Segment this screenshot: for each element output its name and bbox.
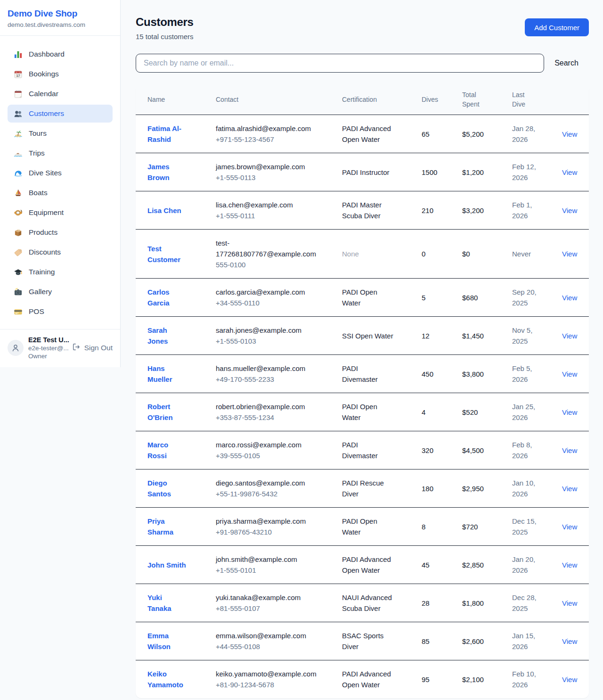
customer-name-link[interactable]: Lisa Chen (147, 206, 181, 214)
add-customer-button[interactable]: Add Customer (525, 18, 589, 36)
table-row: Fatima Al-Rashid fatima.alrashid@example… (136, 115, 589, 153)
customer-name-link[interactable]: John Smith (147, 561, 186, 569)
view-link[interactable]: View (562, 206, 577, 214)
table-row: Keiko Yamamoto keiko.yamamoto@example.co… (136, 660, 589, 699)
customer-phone: +1-555-0103 (216, 336, 316, 346)
brand-subtitle: demo.test.divestreams.com (8, 21, 113, 28)
customer-name-link[interactable]: James Brown (147, 163, 170, 181)
customer-last-dive: Jan 15, 2026 (512, 622, 562, 660)
customer-last-dive: Dec 15, 2025 (512, 508, 562, 546)
customer-email: emma.wilson@example.com (216, 630, 316, 641)
view-link[interactable]: View (562, 294, 577, 302)
customer-phone: +971-55-123-4567 (216, 134, 316, 145)
view-link[interactable]: View (562, 561, 577, 569)
search-button[interactable]: Search (544, 59, 589, 67)
view-link[interactable]: View (562, 523, 577, 531)
customer-total-spent: $680 (462, 279, 512, 317)
customer-name-link[interactable]: Marco Rossi (147, 441, 168, 460)
tag-icon (13, 247, 23, 257)
sidebar-item-bookings[interactable]: 17 Bookings (8, 65, 113, 83)
table-row: Emma Wilson emma.wilson@example.com +44-… (136, 622, 589, 660)
sidebar-item-discounts[interactable]: Discounts (8, 243, 113, 261)
spiral-calendar-icon (13, 89, 23, 99)
view-link[interactable]: View (562, 408, 577, 416)
customer-last-dive: Feb 5, 2026 (512, 355, 562, 393)
table-row: Hans Mueller hans.mueller@example.com +4… (136, 355, 589, 393)
customer-name-link[interactable]: Sarah Jones (147, 326, 168, 345)
user-name: E2E Test U... (28, 336, 67, 344)
customer-name-link[interactable]: Fatima Al-Rashid (147, 124, 181, 143)
customer-dives: 45 (422, 546, 462, 584)
customers-table: Name Contact Certification Dives Total S… (136, 84, 589, 698)
view-link[interactable]: View (562, 485, 577, 493)
sidebar-item-gallery[interactable]: Gallery (8, 283, 113, 301)
sidebar-item-equipment[interactable]: Equipment (8, 204, 113, 222)
view-link[interactable]: View (562, 599, 577, 607)
customer-name-link[interactable]: Robert O'Brien (147, 403, 173, 421)
sidebar-item-products[interactable]: Products (8, 223, 113, 241)
view-link[interactable]: View (562, 446, 577, 454)
customer-name-link[interactable]: Priya Sharma (147, 517, 173, 536)
view-link[interactable]: View (562, 637, 577, 645)
title-block: Customers 15 total customers (136, 16, 194, 41)
page: Demo Dive Shop demo.test.divestreams.com… (0, 0, 603, 700)
customer-phone: +1-555-0101 (216, 565, 316, 576)
customer-name-link[interactable]: Test Customer (147, 245, 180, 264)
customer-total-spent: $2,100 (462, 660, 512, 699)
customer-dives: 1500 (422, 153, 462, 191)
customer-total-spent: $2,850 (462, 546, 512, 584)
customer-total-spent: $2,950 (462, 469, 512, 508)
customer-phone: +49-170-555-2233 (216, 374, 316, 385)
customer-certification: PADI Open Water (342, 517, 377, 536)
sidebar-item-calendar[interactable]: Calendar (8, 85, 113, 103)
customer-email: hans.mueller@example.com (216, 363, 316, 374)
customer-phone: +353-87-555-1234 (216, 412, 316, 423)
sidebar-item-training[interactable]: Training (8, 263, 113, 281)
customer-dives: 85 (422, 622, 462, 660)
customer-total-spent: $1,200 (462, 153, 512, 191)
column-header-total-spent: Total Spent (462, 84, 512, 115)
customer-last-dive: Jan 28, 2026 (512, 115, 562, 153)
customer-name-link[interactable]: Yuki Tanaka (147, 593, 171, 612)
customer-last-dive: Sep 20, 2025 (512, 279, 562, 317)
customer-last-dive: Never (512, 230, 562, 279)
view-link[interactable]: View (562, 168, 577, 176)
customer-dives: 28 (422, 584, 462, 622)
customer-email: fatima.alrashid@example.com (216, 123, 316, 134)
sidebar-item-boats[interactable]: Boats (8, 184, 113, 202)
customer-name-link[interactable]: Hans Mueller (147, 364, 172, 383)
customer-name-link[interactable]: Diego Santos (147, 479, 171, 498)
view-link[interactable]: View (562, 370, 577, 378)
customer-phone: +1-555-0113 (216, 172, 316, 183)
sidebar-item-dive-sites[interactable]: Dive Sites (8, 164, 113, 182)
customer-name-link[interactable]: Carlos Garcia (147, 288, 170, 307)
sidebar-item-customers[interactable]: Customers (8, 105, 113, 123)
customer-name-link[interactable]: Emma Wilson (147, 632, 171, 651)
search-input[interactable] (136, 54, 544, 73)
view-link[interactable]: View (562, 250, 577, 258)
customer-email: sarah.jones@example.com (216, 325, 316, 336)
customer-dives: 8 (422, 508, 462, 546)
sidebar-item-tours[interactable]: Tours (8, 124, 113, 142)
view-link[interactable]: View (562, 332, 577, 340)
view-link[interactable]: View (562, 675, 577, 684)
sailboat-icon (13, 188, 23, 198)
sign-out-button[interactable]: Sign Out (72, 343, 113, 353)
table-row: John Smith john.smith@example.com +1-555… (136, 546, 589, 584)
sidebar-item-label: Boats (29, 189, 48, 197)
view-link[interactable]: View (562, 130, 577, 138)
customer-name-link[interactable]: Keiko Yamamoto (147, 670, 183, 689)
customer-email: test-1772681807767@example.com (216, 238, 316, 259)
customer-total-spent: $3,200 (462, 191, 512, 230)
table-row: Carlos Garcia carlos.garcia@example.com … (136, 279, 589, 317)
user-info: E2E Test U... e2e-tester@... Owner (28, 336, 67, 360)
customer-certification: PADI Advanced Open Water (342, 670, 391, 689)
column-header-name: Name (136, 84, 216, 115)
customer-last-dive: Feb 1, 2026 (512, 191, 562, 230)
customer-total-spent: $520 (462, 393, 512, 431)
customer-dives: 0 (422, 230, 462, 279)
sidebar-item-dashboard[interactable]: Dashboard (8, 45, 113, 63)
customer-certification: PADI Open Water (342, 288, 377, 307)
sidebar-item-trips[interactable]: Trips (8, 144, 113, 162)
sidebar-item-pos[interactable]: POS (8, 303, 113, 321)
